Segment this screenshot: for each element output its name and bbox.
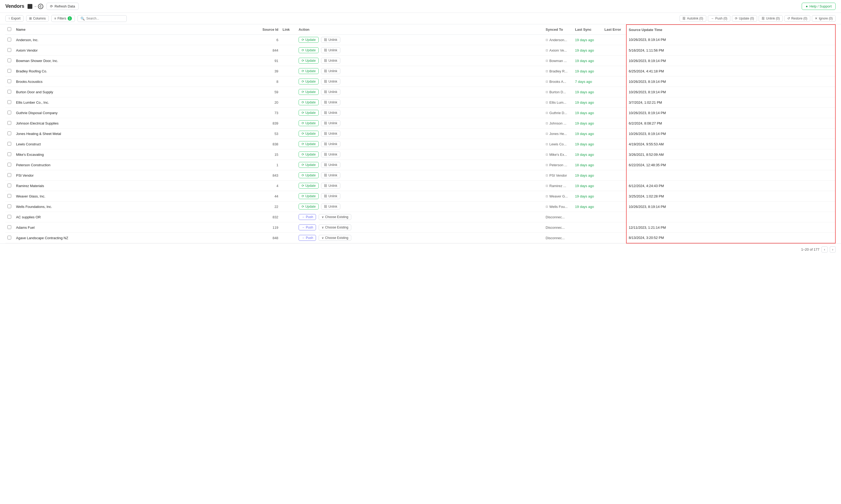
synced-to-link[interactable]: ⊡ Lewis Co... <box>545 142 571 146</box>
restore-button[interactable]: ↺ Restore (0) <box>784 15 810 22</box>
help-support-button[interactable]: ● Help / Support <box>802 3 836 10</box>
update-row-button[interactable]: ⟳ Update <box>299 173 319 178</box>
update-row-button[interactable]: ⟳ Update <box>299 193 319 199</box>
refresh-button[interactable]: ⟳ Refresh Data <box>47 3 78 10</box>
row-checkbox[interactable] <box>7 163 11 166</box>
row-checkbox[interactable] <box>7 90 11 93</box>
unlink-row-button[interactable]: ⛓ Unlink <box>321 162 340 168</box>
unlink-row-button[interactable]: ⛓ Unlink <box>321 193 340 199</box>
choose-existing-button[interactable]: ∨ Choose Existing <box>319 235 351 241</box>
select-all-checkbox[interactable] <box>7 27 11 31</box>
unlink-row-button[interactable]: ⛓ Unlink <box>321 89 340 95</box>
unlink-row-button[interactable]: ⛓ Unlink <box>321 110 340 116</box>
update-row-button[interactable]: ⟳ Update <box>299 131 319 137</box>
synced-to-link[interactable]: ⊡ Bowman ... <box>545 59 571 63</box>
unlink-row-button[interactable]: ⛓ Unlink <box>321 204 340 210</box>
synced-to-link[interactable]: ⊡ Weaver G... <box>545 194 571 198</box>
update-row-button[interactable]: ⟳ Update <box>299 120 319 126</box>
unlink-row-button[interactable]: ⛓ Unlink <box>321 37 340 43</box>
source-id-cell: 53 <box>259 128 281 139</box>
row-checkbox[interactable] <box>7 173 11 177</box>
unlink-row-button[interactable]: ⛓ Unlink <box>321 100 340 105</box>
unlink-row-button[interactable]: ⛓ Unlink <box>321 68 340 74</box>
push-row-button[interactable]: → Push <box>299 235 316 241</box>
action-cell: ⟳ Update ⛓ Unlink <box>297 149 543 160</box>
unlink-row-button[interactable]: ⛓ Unlink <box>321 120 340 126</box>
unlink-button[interactable]: ⛓ Unlink (0) <box>759 15 783 22</box>
source-update-time-cell: 3/26/2021, 8:52:09 AM <box>626 149 835 160</box>
row-checkbox[interactable] <box>7 215 11 219</box>
autolink-button[interactable]: ⛓ Autolink (0) <box>680 15 706 22</box>
update-row-button[interactable]: ⟳ Update <box>299 58 319 64</box>
synced-to-link[interactable]: ⊡ Ellis Lum... <box>545 101 571 105</box>
synced-to-link[interactable]: ⊡ Jones He... <box>545 132 571 136</box>
unlink-row-button[interactable]: ⛓ Unlink <box>321 47 340 53</box>
columns-button[interactable]: ⊞ Columns <box>26 15 49 22</box>
action-cell: ⟳ Update ⛓ Unlink <box>297 128 543 139</box>
synced-to-link[interactable]: ⊡ Bradley R... <box>545 69 571 73</box>
filters-button[interactable]: ≡ Filters 1 <box>51 15 75 22</box>
push-row-button[interactable]: → Push <box>299 214 316 220</box>
synced-to-link[interactable]: ⊡ Anderson... <box>545 38 571 42</box>
update-row-button[interactable]: ⟳ Update <box>299 151 319 157</box>
synced-to-link[interactable]: ⊡ Peterson ... <box>545 163 571 167</box>
unlink-row-button[interactable]: ⛓ Unlink <box>321 131 340 137</box>
last-sync-cell: 19 days ago <box>573 170 602 181</box>
synced-to-link[interactable]: ⊡ Axiom Ve... <box>545 48 571 52</box>
unlink-row-button[interactable]: ⛓ Unlink <box>321 78 340 85</box>
unlink-row-button[interactable]: ⛓ Unlink <box>321 141 340 147</box>
unlink-row-button[interactable]: ⛓ Unlink <box>321 183 340 189</box>
update-button[interactable]: ⟳ Update (0) <box>732 15 757 22</box>
push-button[interactable]: → Push (0) <box>708 15 730 22</box>
choose-existing-button[interactable]: ∨ Choose Existing <box>319 224 351 230</box>
row-checkbox[interactable] <box>7 152 11 156</box>
row-checkbox[interactable] <box>7 79 11 83</box>
search-input[interactable] <box>86 17 124 20</box>
row-checkbox[interactable] <box>7 38 11 41</box>
row-checkbox[interactable] <box>7 142 11 146</box>
export-button[interactable]: ↑ Export <box>5 15 23 22</box>
source-id-cell: 59 <box>259 87 281 97</box>
unlink-row-button[interactable]: ⛓ Unlink <box>321 151 340 157</box>
update-row-button[interactable]: ⟳ Update <box>299 100 319 105</box>
update-row-button[interactable]: ⟳ Update <box>299 68 319 74</box>
synced-to-link[interactable]: ⊡ Ramirez ... <box>545 184 571 188</box>
update-row-button[interactable]: ⟳ Update <box>299 78 319 85</box>
synced-to-link[interactable]: ⊡ PSI Vendor <box>545 174 571 177</box>
row-checkbox[interactable] <box>7 194 11 198</box>
prev-page-button[interactable]: ‹ <box>822 246 827 253</box>
synced-to-link[interactable]: ⊡ Johnson ... <box>545 121 571 125</box>
row-checkbox[interactable] <box>7 121 11 125</box>
row-checkbox[interactable] <box>7 204 11 208</box>
update-row-button[interactable]: ⟳ Update <box>299 162 319 168</box>
synced-to-link[interactable]: ⊡ Wells Fou... <box>545 205 571 209</box>
row-checkbox[interactable] <box>7 100 11 104</box>
synced-to-link[interactable]: ⊡ Brooks A... <box>545 79 571 84</box>
row-checkbox[interactable] <box>7 184 11 187</box>
update-row-button[interactable]: ⟳ Update <box>299 183 319 189</box>
ignore-button[interactable]: ✕ Ignore (0) <box>812 15 836 22</box>
row-checkbox[interactable] <box>7 58 11 62</box>
synced-to-link[interactable]: ⊡ Burton D... <box>545 90 571 94</box>
update-row-button[interactable]: ⟳ Update <box>299 47 319 53</box>
toolbar-left: ↑ Export ⊞ Columns ≡ Filters 1 🔍 <box>5 15 127 22</box>
row-checkbox[interactable] <box>7 48 11 52</box>
row-checkbox[interactable] <box>7 131 11 135</box>
choose-existing-button[interactable]: ∨ Choose Existing <box>319 214 351 220</box>
update-row-button[interactable]: ⟳ Update <box>299 141 319 147</box>
synced-to-link[interactable]: ⊡ Guthrie D... <box>545 111 571 115</box>
row-checkbox[interactable] <box>7 236 11 239</box>
update-row-button[interactable]: ⟳ Update <box>299 37 319 43</box>
update-row-button[interactable]: ⟳ Update <box>299 89 319 95</box>
source-update-time-cell: 6/22/2024, 12:48:35 PM <box>626 160 835 170</box>
row-checkbox[interactable] <box>7 225 11 229</box>
update-row-button[interactable]: ⟳ Update <box>299 204 319 210</box>
next-page-button[interactable]: › <box>830 246 836 253</box>
unlink-row-button[interactable]: ⛓ Unlink <box>321 173 340 178</box>
row-checkbox[interactable] <box>7 111 11 114</box>
update-row-button[interactable]: ⟳ Update <box>299 110 319 116</box>
push-row-button[interactable]: → Push <box>299 224 316 230</box>
synced-to-link[interactable]: ⊡ Mike's Ex... <box>545 152 571 157</box>
row-checkbox[interactable] <box>7 69 11 73</box>
unlink-row-button[interactable]: ⛓ Unlink <box>321 58 340 64</box>
